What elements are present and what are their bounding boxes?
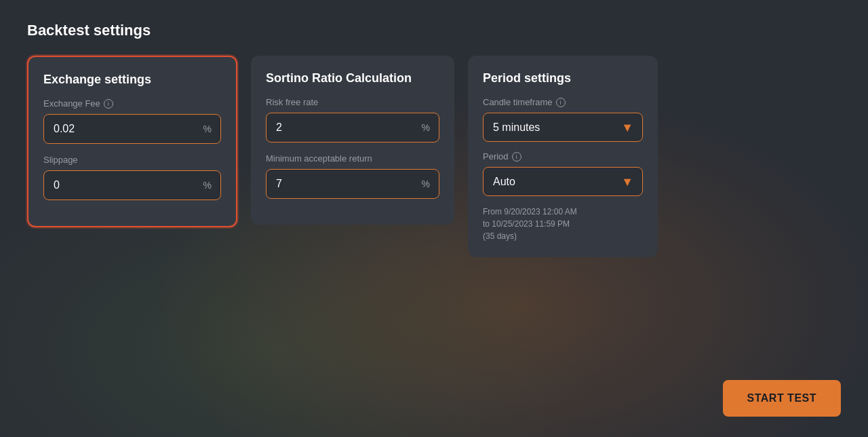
risk-free-input[interactable] <box>266 113 439 142</box>
slippage-input[interactable] <box>43 170 221 200</box>
period-card-title: Period settings <box>483 71 643 86</box>
candle-timeframe-select[interactable]: 1 minute 5 minutes 15 minutes 1 hour 4 h… <box>483 113 643 142</box>
risk-free-label: Risk free rate <box>266 97 439 107</box>
exchange-fee-input[interactable] <box>43 114 221 144</box>
period-info-icon[interactable]: i <box>512 152 521 162</box>
exchange-fee-info-icon[interactable]: i <box>104 99 113 109</box>
candle-timeframe-wrapper: 1 minute 5 minutes 15 minutes 1 hour 4 h… <box>483 113 643 142</box>
period-select[interactable]: Auto 1 week 1 month 3 months 6 months 1 … <box>483 167 643 196</box>
page-title: Backtest settings <box>0 0 868 56</box>
sortino-card-title: Sortino Ratio Calculation <box>266 71 439 86</box>
period-date-info: From 9/20/2023 12:00 AMto 10/25/2023 11:… <box>483 206 643 242</box>
min-return-label: Minimum acceptable return <box>266 153 439 164</box>
exchange-card-title: Exchange settings <box>43 72 221 88</box>
candle-timeframe-info-icon[interactable]: i <box>556 98 566 107</box>
sortino-card: Sortino Ratio Calculation Risk free rate… <box>251 56 454 225</box>
candle-timeframe-label: Candle timeframe i <box>483 97 643 107</box>
risk-free-field-wrapper: % <box>266 113 439 142</box>
min-return-input[interactable] <box>266 169 439 199</box>
period-select-wrapper: Auto 1 week 1 month 3 months 6 months 1 … <box>483 167 643 196</box>
slippage-label: Slippage <box>43 155 221 165</box>
slippage-field-wrapper: % <box>43 170 221 200</box>
exchange-settings-card: Exchange settings Exchange Fee i % Slipp… <box>27 56 237 227</box>
period-settings-card: Period settings Candle timeframe i 1 min… <box>468 56 658 257</box>
min-return-field-wrapper: % <box>266 169 439 199</box>
cards-container: Exchange settings Exchange Fee i % Slipp… <box>0 56 868 257</box>
period-label: Period i <box>483 151 643 162</box>
exchange-fee-label: Exchange Fee i <box>43 98 221 109</box>
start-test-button[interactable]: START TEST <box>723 380 841 417</box>
exchange-fee-field-wrapper: % <box>43 114 221 144</box>
